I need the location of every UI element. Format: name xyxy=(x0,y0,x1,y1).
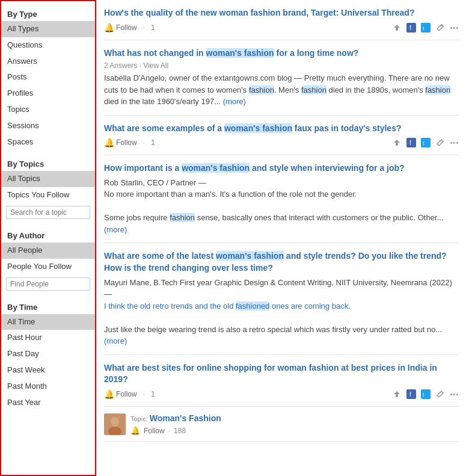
topic-follow-count: 188 xyxy=(174,427,186,435)
facebook-share-icon[interactable]: f xyxy=(406,138,416,147)
more-link[interactable]: (more) xyxy=(223,97,246,106)
topic-info: Topic: Woman's Fashion 🔔 Follow · 188 xyxy=(130,413,221,436)
by-time-title: By Time xyxy=(1,299,95,314)
topic-avatar-image xyxy=(104,413,126,435)
follow-button[interactable]: 🔔 Follow xyxy=(104,23,137,32)
result-item: What has not changed in woman's fashion … xyxy=(104,40,459,116)
by-topics-you-follow[interactable]: Topics You Follow xyxy=(1,187,95,203)
follow-icon: 🔔 xyxy=(104,23,114,32)
by-type-questions[interactable]: Questions xyxy=(1,37,95,54)
upvote-icon[interactable] xyxy=(392,138,402,147)
result-title[interactable]: What are best sites for online shopping … xyxy=(104,362,459,386)
svg-text:f: f xyxy=(409,391,411,398)
topic-name[interactable]: Woman's Fashion xyxy=(150,413,221,423)
by-type-answers[interactable]: Answers xyxy=(1,54,95,70)
by-type-profiles[interactable]: Profiles xyxy=(1,85,95,102)
result-actions: 🔔 Follow · 1 f t xyxy=(104,138,459,147)
follow-count: 1 xyxy=(151,390,155,398)
result-item: How important is a woman's fashion and s… xyxy=(104,155,459,243)
by-type-all[interactable]: All Types xyxy=(1,21,95,37)
dot-separator: · xyxy=(143,23,145,32)
result-title[interactable]: How's the quality of the new woman fashi… xyxy=(104,7,459,19)
svg-text:f: f xyxy=(409,140,411,146)
twitter-share-icon[interactable]: t xyxy=(421,138,431,147)
by-type-topics[interactable]: Topics xyxy=(1,102,95,118)
result-item: What are best sites for online shopping … xyxy=(104,355,459,407)
by-time-past-day[interactable]: Past Day xyxy=(1,346,95,362)
result-body: Rob Starlin, CEO / Partner — No more imp… xyxy=(104,177,459,236)
result-item: What are some examples of a woman's fash… xyxy=(104,116,459,156)
result-body: Mayuri Mane, B.Tech First year Graphic D… xyxy=(104,277,459,347)
svg-point-16 xyxy=(111,417,119,427)
main-results: How's the quality of the new woman fashi… xyxy=(96,0,466,476)
topic-avatar xyxy=(104,413,126,435)
topic-label: Topic: Woman's Fashion xyxy=(130,413,221,425)
more-link[interactable]: (more) xyxy=(104,336,127,345)
upvote-icon[interactable] xyxy=(392,23,402,32)
result-title[interactable]: What are some of the latest woman's fash… xyxy=(104,250,459,274)
dot-separator: · xyxy=(143,390,145,398)
share-icons: f t ••• xyxy=(392,389,459,399)
by-type-title: By Type xyxy=(1,6,95,21)
result-title[interactable]: What are some examples of a woman's fash… xyxy=(104,123,459,135)
by-time-all[interactable]: All Time xyxy=(1,314,95,330)
by-type-sessions[interactable]: Sessions xyxy=(1,118,95,134)
share-icons: f t ••• xyxy=(392,23,459,32)
result-title[interactable]: How important is a woman's fashion and s… xyxy=(104,162,459,175)
by-type-spaces[interactable]: Spaces xyxy=(1,134,95,150)
twitter-share-icon[interactable]: t xyxy=(421,23,431,32)
follow-count: 1 xyxy=(151,138,155,147)
topic-result-item: Topic: Woman's Fashion 🔔 Follow · 188 xyxy=(104,407,459,442)
topic-search-input[interactable] xyxy=(6,206,90,219)
follow-label[interactable]: Follow xyxy=(116,23,137,32)
link-share-icon[interactable] xyxy=(435,138,445,147)
topic-follow-label[interactable]: Follow xyxy=(144,427,165,435)
more-icon[interactable]: ••• xyxy=(450,24,459,31)
follow-label[interactable]: Follow xyxy=(116,138,137,147)
more-icon[interactable]: ••• xyxy=(450,391,459,398)
follow-button[interactable]: 🔔 Follow xyxy=(104,389,137,399)
by-author-all[interactable]: All People xyxy=(1,243,95,259)
dot-separator: · xyxy=(143,138,145,147)
result-meta: 2 Answers · View All xyxy=(104,61,459,70)
by-type-posts[interactable]: Posts xyxy=(1,69,95,85)
result-actions: 🔔 Follow · 1 f t xyxy=(104,389,459,399)
by-author-you-follow[interactable]: People You Follow xyxy=(1,259,95,275)
topic-dot: · xyxy=(168,427,170,435)
facebook-share-icon[interactable]: f xyxy=(406,389,416,399)
sidebar: By Type All Types Questions Answers Post… xyxy=(0,0,96,476)
by-author-title: By Author xyxy=(1,227,95,243)
follow-button[interactable]: 🔔 Follow xyxy=(104,138,137,147)
by-time-past-year[interactable]: Past Year xyxy=(1,395,95,411)
twitter-share-icon[interactable]: t xyxy=(421,389,431,399)
by-topics-title: By Topics xyxy=(1,156,95,171)
follow-icon: 🔔 xyxy=(104,138,114,147)
by-time-past-month[interactable]: Past Month xyxy=(1,379,95,395)
by-time-past-hour[interactable]: Past Hour xyxy=(1,330,95,346)
by-time-past-week[interactable]: Past Week xyxy=(1,362,95,379)
result-actions: 🔔 Follow · 1 f t xyxy=(104,23,459,32)
svg-rect-1 xyxy=(406,23,416,32)
result-item: What are some of the latest woman's fash… xyxy=(104,243,459,354)
link-share-icon[interactable] xyxy=(435,389,445,399)
svg-rect-6 xyxy=(406,138,416,147)
by-topics-all[interactable]: All Topics xyxy=(1,171,95,187)
svg-text:f: f xyxy=(409,25,411,31)
result-item: How's the quality of the new woman fashi… xyxy=(104,0,459,40)
people-search-input[interactable] xyxy=(6,277,90,291)
follow-icon: 🔔 xyxy=(104,389,114,399)
link-share-icon[interactable] xyxy=(435,23,445,32)
svg-rect-11 xyxy=(406,389,416,399)
follow-count: 1 xyxy=(151,23,155,32)
topic-follow-icon: 🔔 xyxy=(130,426,140,435)
svg-rect-10 xyxy=(396,394,398,397)
svg-rect-0 xyxy=(396,28,398,31)
result-title[interactable]: What has not changed in woman's fashion … xyxy=(104,48,459,60)
share-icons: f t ••• xyxy=(392,138,459,147)
follow-label[interactable]: Follow xyxy=(116,390,137,398)
facebook-share-icon[interactable]: f xyxy=(406,23,416,32)
more-icon[interactable]: ••• xyxy=(450,139,459,146)
upvote-icon[interactable] xyxy=(392,389,402,399)
result-body: Isabella D'Angelo, owner of the extantgo… xyxy=(104,72,459,108)
more-link[interactable]: (more) xyxy=(104,225,127,234)
